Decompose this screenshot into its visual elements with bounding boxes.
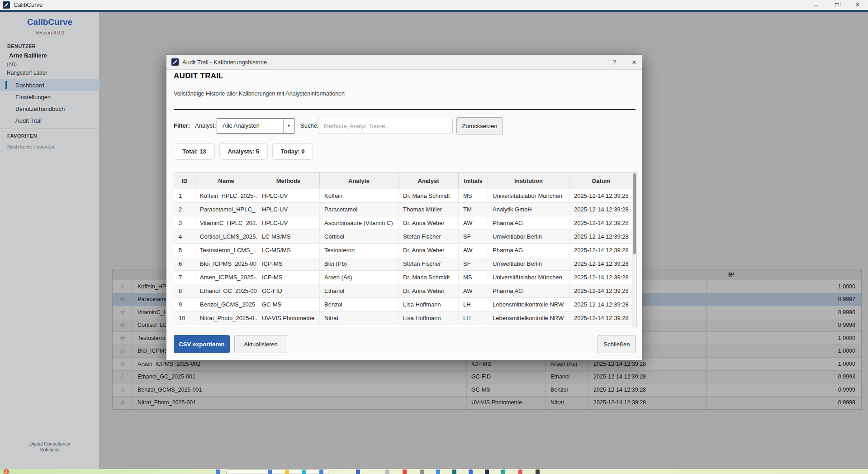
column-header-institution[interactable]: Institution (488, 172, 569, 189)
column-header-methode[interactable]: Methode (257, 172, 319, 189)
taskbar-icon[interactable] (216, 469, 220, 474)
taskbar-icon[interactable] (452, 469, 456, 474)
audit-table-row[interactable]: 6Blei_ICPMS_2025-001ICP-MSBlei (Pb)Stefa… (174, 257, 636, 271)
audit-trail-modal: Audit Trail - Kalibrierungshistorie ? × … (166, 54, 642, 360)
close-modal-button[interactable]: Schließen (598, 335, 636, 353)
sidebar-item-label: Audit Trail (15, 117, 42, 124)
active-indicator (5, 93, 7, 101)
audit-table-row[interactable]: 8Ethanol_GC_2025-001GC-FIDEthanolDr. Ann… (174, 284, 636, 298)
cell-initials: SF (458, 257, 488, 270)
audit-table-row[interactable]: 7Arsen_ICPMS_2025-...ICP-MSArsen (As)Dr.… (174, 271, 636, 284)
cell-datum: 2025-12-14 12:39:28 (569, 271, 633, 284)
audit-table-row[interactable]: 4Cortisol_LCMS_2025...LC-MS/MSCortisolSt… (174, 230, 636, 244)
sidebar-item-benutzerhandbuch[interactable]: Benutzerhandbuch (0, 103, 100, 115)
window-titlebar: CalibCurve × (0, 0, 868, 10)
audit-search-input[interactable] (318, 118, 453, 134)
table-scrollbar[interactable] (632, 172, 636, 327)
sidebar-item-einstellungen[interactable]: Einstellungen (0, 91, 100, 103)
chevron-down-icon: ▼ (283, 119, 294, 133)
taskbar-search-box[interactable] (226, 469, 329, 474)
modal-close-button[interactable]: × (626, 55, 643, 70)
cell-datum: 2025-12-14 12:39:28 (569, 284, 633, 297)
taskbar-icon[interactable] (469, 469, 473, 474)
modal-title: Audit Trail - Kalibrierungshistorie (182, 55, 267, 70)
cell-initials: AW (458, 216, 488, 230)
modal-titlebar[interactable]: Audit Trail - Kalibrierungshistorie ? × (166, 55, 642, 70)
sidebar-item-dashboard[interactable]: Dashboard (0, 79, 100, 91)
taskbar-icon[interactable] (268, 469, 272, 474)
close-button[interactable]: × (847, 0, 868, 10)
sidebar-item-audit-trail[interactable]: Audit Trail (0, 115, 100, 126)
audit-table-row[interactable]: 10Nitrat_Photo_2025-0...UV-VIS Photometr… (174, 311, 636, 325)
cell-datum: 2025-12-14 12:39:28 (569, 257, 633, 270)
minimize-icon (814, 5, 818, 5)
column-header-name[interactable]: Name (195, 172, 257, 189)
taskbar-icon[interactable] (319, 469, 323, 474)
column-header-analyte[interactable]: Analyte (319, 172, 398, 189)
active-indicator (5, 116, 7, 124)
analysts-chip: Analysts: 5 (219, 143, 268, 160)
reset-button[interactable]: Zurücksetzen (456, 117, 503, 134)
refresh-button[interactable]: Aktualisieren (234, 335, 287, 353)
cell-methode: ICP-MS (257, 271, 319, 284)
csv-export-button[interactable]: CSV exportieren (174, 335, 230, 353)
taskbar-icon[interactable] (385, 469, 389, 474)
cell-id: 6 (174, 257, 195, 270)
sidebar-nav: DashboardEinstellungenBenutzerhandbuchAu… (0, 79, 100, 126)
cell-analyst: Dr. Anna Weber (398, 244, 458, 257)
table-scrollbar-thumb[interactable] (633, 173, 636, 254)
column-header-datum[interactable]: Datum (569, 172, 633, 189)
cell-id: 2 (174, 203, 195, 216)
cell-institution: Pharma AG (488, 284, 569, 297)
taskbar-icon[interactable] (302, 469, 306, 474)
cell-name: Benzol_GCMS_2025-... (195, 298, 257, 311)
cell-datum: 2025-12-14 12:39:28 (569, 216, 633, 230)
minimize-button[interactable] (806, 0, 826, 10)
column-header-initials[interactable]: Initials (458, 172, 488, 189)
active-indicator (5, 105, 7, 113)
cell-analyte: Ethanol (319, 284, 398, 297)
taskbar-icon[interactable] (536, 469, 540, 474)
cell-datum: 2025-12-14 12:39:28 (569, 298, 633, 311)
app-logo-icon (3, 1, 10, 9)
audit-table-row[interactable]: 9Benzol_GCMS_2025-...GC-MSBenzolLisa Hof… (174, 298, 636, 311)
sidebar-item-label: Benutzerhandbuch (15, 105, 65, 112)
taskbar-icon[interactable] (485, 469, 489, 474)
cell-name: Blei_ICPMS_2025-001 (195, 257, 257, 270)
cell-methode: HPLC-UV (257, 189, 319, 202)
cell-datum: 2025-12-14 12:39:28 (569, 203, 633, 216)
cell-analyst: Stefan Fischer (398, 230, 458, 243)
modal-help-button[interactable]: ? (605, 55, 623, 70)
audit-table-row[interactable]: 3VitaminC_HPLC_202...HPLC-UVAscorbinsäur… (174, 216, 636, 230)
audit-table-row[interactable]: 1Koffein_HPLC_2025-...HPLC-UVKoffeinDr. … (174, 189, 636, 203)
cell-id: 1 (174, 189, 195, 202)
taskbar-icon[interactable] (285, 469, 289, 474)
cell-name: Testosteron_LCMS_... (195, 244, 257, 257)
favoriten-heading: FAVORITEN (7, 133, 37, 139)
taskbar-icon[interactable] (403, 469, 407, 474)
restore-button[interactable] (826, 0, 847, 10)
taskbar-icon[interactable] (518, 469, 522, 474)
cell-datum: 2025-12-14 12:39:28 (569, 230, 633, 243)
audit-table-row[interactable]: 2Paracetamol_HPLC_...HPLC-UVParacetamolT… (174, 203, 636, 216)
app-version: Version 3.0.0 (0, 30, 100, 35)
taskbar-icon[interactable] (436, 469, 440, 474)
cell-analyst: Thomas Müller (398, 203, 458, 216)
cell-initials: LH (458, 298, 488, 311)
restore-icon (835, 3, 839, 7)
cell-methode: HPLC-UV (257, 203, 319, 216)
taskbar-icon[interactable] (356, 469, 360, 474)
taskbar-icon[interactable] (420, 469, 424, 474)
notification-badge[interactable]: 2 (4, 469, 9, 474)
cell-institution: Universitätslabor München (488, 189, 569, 202)
column-header-id[interactable]: ID (174, 172, 195, 189)
sidebar-item-label: Dashboard (15, 82, 44, 89)
modal-heading: AUDIT TRAIL (174, 72, 223, 81)
cell-methode: ICP-MS (257, 257, 319, 270)
user-lab: Rangsdorf Labor (7, 70, 47, 76)
audit-table-row[interactable]: 5Testosteron_LCMS_...LC-MS/MSTestosteron… (174, 244, 636, 257)
analyst-dropdown[interactable]: Alle Analysten ▼ (217, 118, 294, 134)
column-header-analyst[interactable]: Analyst (398, 172, 458, 189)
audit-table-body: 1Koffein_HPLC_2025-...HPLC-UVKoffeinDr. … (174, 189, 636, 327)
taskbar-icon[interactable] (501, 469, 505, 474)
